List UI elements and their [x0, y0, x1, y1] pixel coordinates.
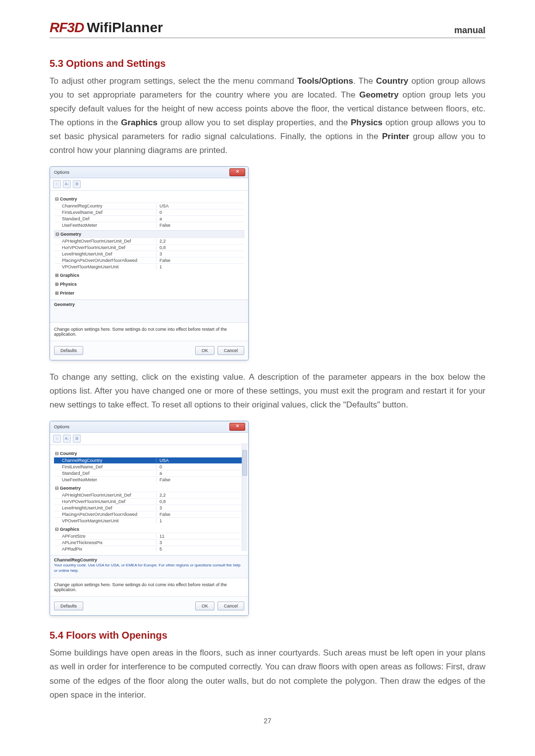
dialog-footer: Defaults OK Cancel	[50, 596, 248, 615]
options-dialog-2: Options ✕ :: A↓ ☰ ⊟Country ChannelRegCou…	[50, 421, 249, 616]
scrollbar[interactable]	[242, 443, 247, 551]
selected-property-description: Your country code. Use USA for USA, or E…	[50, 563, 248, 578]
cancel-button[interactable]: Cancel	[217, 346, 244, 355]
expand-icon[interactable]: ⊞	[55, 291, 60, 296]
table-row[interactable]: HorVPOverFloorInUserUnit_Def0,8	[54, 244, 244, 251]
logo: RF3D WifiPlanner	[50, 20, 163, 36]
table-row[interactable]: LevelHeightUserUnit_Def3	[54, 251, 244, 257]
manual-label: manual	[454, 25, 485, 36]
table-row[interactable]: PlacingAPsOverOrUnderFloorAllowedFalse	[54, 257, 244, 263]
page-header: RF3D WifiPlanner manual	[50, 20, 485, 38]
table-row[interactable]: FirstLevelName_Def0	[54, 209, 244, 215]
ok-button[interactable]: OK	[195, 346, 214, 355]
section-54-para1: Some buildings have open areas in the fl…	[50, 646, 485, 702]
properties-icon[interactable]: ☰	[73, 180, 81, 188]
section-53-title: 5.3 Options and Settings	[50, 58, 485, 69]
table-row[interactable]: APRadPix5	[54, 546, 244, 552]
table-row[interactable]: PlacingAPsOverOrUnderFloorAllowedFalse	[54, 511, 244, 517]
table-row[interactable]: Standard_Defa	[54, 470, 244, 476]
dialog-note: Change option settings here. Some settin…	[50, 578, 248, 596]
table-row[interactable]: APLineThicknessPix3	[54, 539, 244, 546]
table-row[interactable]: Standard_Defa	[54, 215, 244, 222]
group-geometry[interactable]: ⊟Geometry	[54, 230, 244, 238]
scrollbar-thumb[interactable]	[242, 450, 247, 476]
table-row[interactable]: APHeightOverFloorInUserUnit_Def2,2	[54, 238, 244, 244]
dialog-title: Options	[54, 424, 69, 429]
table-row[interactable]: APFontSize11	[54, 533, 244, 539]
table-row[interactable]: FirstLevelName_Def0	[54, 463, 244, 470]
logo-product: WifiPlanner	[87, 20, 163, 36]
dialog-note: Change option settings here. Some settin…	[50, 322, 248, 341]
collapse-icon[interactable]: ⊟	[55, 527, 60, 532]
dialog-titlebar: Options ✕	[50, 167, 248, 178]
section-53-para2: To change any setting, click on the exis…	[50, 370, 485, 412]
categorize-icon[interactable]: ::	[53, 435, 61, 443]
selected-property-description	[50, 307, 248, 322]
properties-icon[interactable]: ☰	[73, 435, 81, 443]
selected-property-caption: Geometry	[50, 300, 248, 307]
group-graphics[interactable]: ⊞Graphics	[54, 272, 244, 279]
group-printer[interactable]: ⊞Printer	[54, 290, 244, 297]
dialog-title: Options	[54, 170, 69, 175]
sort-az-icon[interactable]: A↓	[63, 180, 71, 188]
group-country[interactable]: ⊟Country	[54, 196, 244, 202]
dialog-body: ⊟Country ChannelRegCountryUSA FirstLevel…	[50, 445, 248, 555]
table-row[interactable]: UseFeetNotMeterFalse	[54, 476, 244, 483]
expand-icon[interactable]: ⊞	[55, 273, 60, 278]
group-graphics[interactable]: ⊟Graphics	[54, 526, 244, 533]
categorize-icon[interactable]: ::	[53, 180, 61, 188]
sort-az-icon[interactable]: A↓	[63, 435, 71, 443]
close-icon[interactable]: ✕	[229, 423, 245, 431]
group-country[interactable]: ⊟Country	[54, 450, 244, 457]
dialog-body: ⊟Country ChannelRegCountryUSA FirstLevel…	[50, 191, 248, 300]
selected-property-caption: ChannelRegCountry	[50, 555, 248, 563]
close-icon[interactable]: ✕	[229, 168, 245, 176]
group-physics[interactable]: ⊞Physics	[54, 281, 244, 288]
group-geometry[interactable]: ⊟Geometry	[54, 485, 244, 492]
defaults-button[interactable]: Defaults	[54, 602, 83, 610]
dialog-footer: Defaults OK Cancel	[50, 341, 248, 360]
options-dialog-1: Options ✕ :: A↓ ☰ ⊟Country ChannelRegCou…	[50, 166, 249, 360]
table-row[interactable]: UseFeetNotMeterFalse	[54, 222, 244, 228]
table-row[interactable]: LevelHeightUserUnit_Def3	[54, 504, 244, 511]
section-54-title: 5.4 Floors with Openings	[50, 630, 485, 641]
table-row[interactable]: VPOverFloorMarginUserUnit1	[54, 517, 244, 524]
expand-icon[interactable]: ⊞	[55, 282, 60, 287]
table-row[interactable]: APHeightOverFloorInUserUnit_Def2,2	[54, 492, 244, 498]
cancel-button[interactable]: Cancel	[217, 602, 244, 610]
table-row[interactable]: HorVPOverFloorInUserUnit_Def0,8	[54, 498, 244, 504]
defaults-button[interactable]: Defaults	[54, 346, 83, 355]
dialog-toolbar: :: A↓ ☰	[50, 433, 248, 445]
page-number: 27	[50, 717, 485, 725]
collapse-icon[interactable]: ⊟	[55, 197, 60, 202]
table-row[interactable]: ChannelRegCountryUSA	[54, 457, 244, 463]
table-row[interactable]: ChannelRegCountryUSA	[54, 202, 244, 209]
section-53-para1: To adjust other program settings, select…	[50, 74, 485, 157]
ok-button[interactable]: OK	[195, 602, 214, 610]
dialog-titlebar: Options ✕	[50, 421, 248, 433]
logo-brand: RF3D	[50, 20, 84, 36]
table-row[interactable]: VPOverFloorMarginUserUnit1	[54, 263, 244, 270]
dialog-toolbar: :: A↓ ☰	[50, 178, 248, 191]
collapse-icon[interactable]: ⊟	[55, 232, 60, 237]
collapse-icon[interactable]: ⊟	[55, 486, 60, 491]
collapse-icon[interactable]: ⊟	[55, 451, 60, 456]
